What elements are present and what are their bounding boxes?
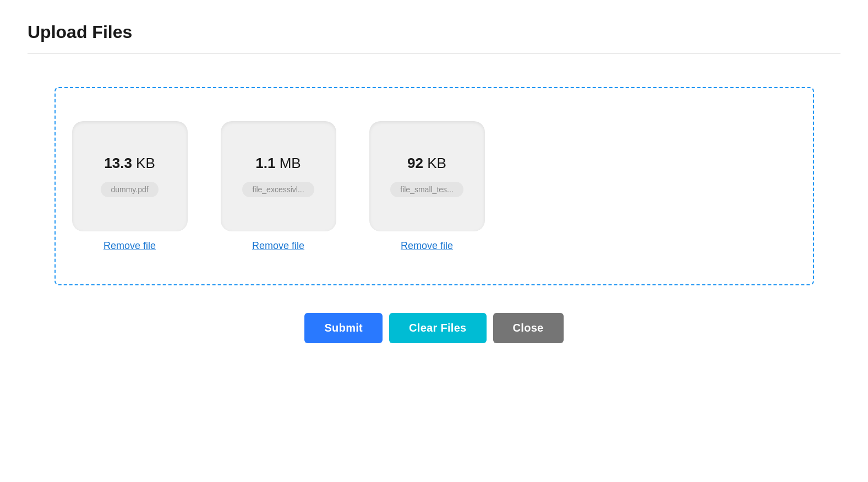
file-name-badge: dummy.pdf <box>101 182 158 197</box>
file-name-badge: file_small_tes... <box>390 182 463 197</box>
submit-button[interactable]: Submit <box>304 313 383 343</box>
file-card: 13.3 KBdummy.pdf <box>72 121 188 231</box>
file-name-badge: file_excessivl... <box>242 182 314 197</box>
button-row: Submit Clear Files Close <box>28 313 840 343</box>
file-item: 1.1 MBfile_excessivl...Remove file <box>221 121 336 252</box>
page-container: Upload Files 13.3 KBdummy.pdfRemove file… <box>0 0 868 365</box>
file-size: 13.3 KB <box>104 155 155 172</box>
file-card: 92 KBfile_small_tes... <box>369 121 485 231</box>
divider <box>28 53 840 54</box>
page-title: Upload Files <box>28 22 840 42</box>
file-card: 1.1 MBfile_excessivl... <box>221 121 336 231</box>
remove-file-button[interactable]: Remove file <box>252 240 304 252</box>
remove-file-button[interactable]: Remove file <box>401 240 453 252</box>
clear-files-button[interactable]: Clear Files <box>389 313 486 343</box>
drop-zone[interactable]: 13.3 KBdummy.pdfRemove file1.1 MBfile_ex… <box>54 87 814 285</box>
close-button[interactable]: Close <box>493 313 564 343</box>
file-item: 13.3 KBdummy.pdfRemove file <box>72 121 188 252</box>
file-size: 1.1 MB <box>255 155 301 172</box>
file-item: 92 KBfile_small_tes...Remove file <box>369 121 485 252</box>
file-size: 92 KB <box>407 155 446 172</box>
remove-file-button[interactable]: Remove file <box>103 240 156 252</box>
